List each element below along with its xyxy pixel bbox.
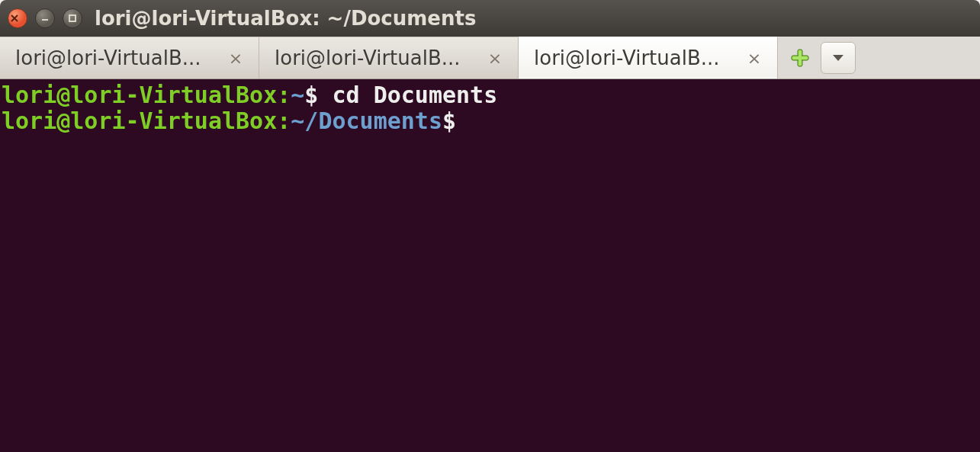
chevron-down-icon [832,54,844,62]
tab-close-button[interactable]: × [227,49,245,68]
command-text: cd Documents [332,82,497,108]
close-window-button[interactable] [8,8,27,28]
tab-label: lori@lori-VirtualB... [534,46,737,69]
tab-3[interactable]: lori@lori-VirtualB... × [519,37,778,79]
tab-label: lori@lori-VirtualB... [275,46,478,69]
maximize-icon [68,14,77,23]
terminal-window: lori@lori-VirtualBox: ~/Documents lori@l… [0,0,980,452]
svg-rect-3 [69,15,76,21]
prompt-sep: : [277,107,291,134]
tab-label: lori@lori-VirtualB... [15,46,219,69]
new-tab-button[interactable] [787,45,813,71]
minimize-window-button[interactable] [35,8,55,28]
minimize-icon [40,14,50,23]
prompt-sep: : [277,82,291,108]
prompt-path: ~/Documents [291,107,442,134]
prompt-dollar: $ [304,82,332,108]
titlebar[interactable]: lori@lori-VirtualBox: ~/Documents [0,0,980,37]
prompt-dollar: $ [442,107,470,134]
prompt-path: ~ [291,82,304,108]
close-icon [10,14,19,23]
prompt-user: lori@lori-VirtualBox [2,107,277,134]
terminal-viewport[interactable]: lori@lori-VirtualBox:~$ cd Documents lor… [0,79,980,452]
maximize-window-button[interactable] [63,8,82,28]
tab-close-button[interactable]: × [745,49,763,68]
tab-actions [778,37,865,79]
tab-menu-button[interactable] [821,42,856,74]
svg-rect-7 [792,56,808,59]
window-title: lori@lori-VirtualBox: ~/Documents [95,7,476,30]
tab-bar: lori@lori-VirtualB... × lori@lori-Virtua… [0,37,980,79]
svg-marker-8 [833,55,843,61]
tab-2[interactable]: lori@lori-VirtualB... × [259,37,519,79]
prompt-user: lori@lori-VirtualBox [2,82,277,108]
tab-1[interactable]: lori@lori-VirtualB... × [0,37,259,79]
window-controls [8,8,82,28]
plus-icon [789,47,811,69]
tab-close-button[interactable]: × [486,49,504,68]
